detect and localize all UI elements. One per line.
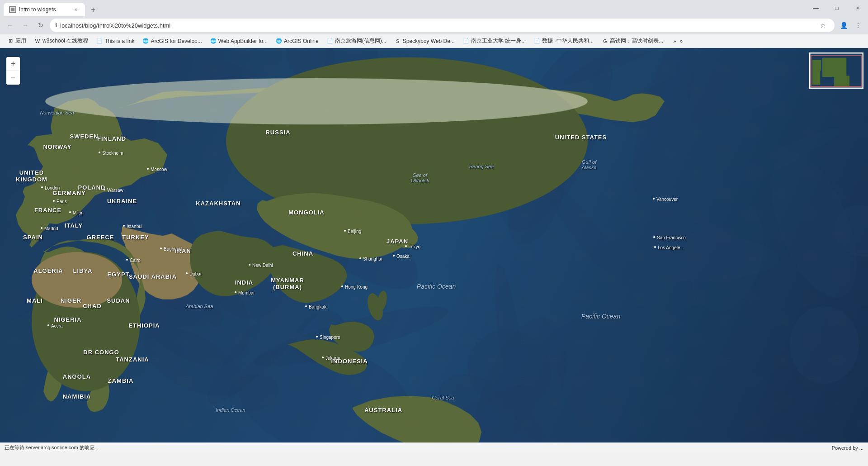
bookmark-icon-nanjing-tech: 📄 <box>463 38 469 44</box>
new-tab-button[interactable]: + <box>87 4 99 16</box>
zoom-in-button[interactable]: + <box>6 57 20 71</box>
bookmark-label-this-is-a-link: This is a link <box>104 38 134 44</box>
back-button[interactable]: ← <box>4 19 16 32</box>
url-text: localhost/blog/Intro%20to%20widgets.html <box>60 22 816 29</box>
bookmark-icon-apps: ⊞ <box>7 38 14 44</box>
bookmark-label-more: » <box>679 38 683 44</box>
map-container[interactable]: NORWAYSWEDENFINLANDUNITEDKINGDOMRUSSIAPO… <box>0 48 868 452</box>
bookmark-star-button[interactable]: ☆ <box>816 19 829 32</box>
maximize-button[interactable]: □ <box>826 0 847 16</box>
bookmark-icon-nanjing-travel: 📄 <box>327 38 333 44</box>
status-text-left: 正在等待 server.arcgisonline.com 的响应... <box>5 444 832 451</box>
bookmark-icon-this-is-a-link: 📄 <box>96 38 103 44</box>
window-controls: — □ × <box>806 0 868 16</box>
bookmark-label-nanjing-travel: 南京旅游网(信息网)... <box>335 37 387 45</box>
bookmark-item-speckyboy[interactable]: SSpeckyboy Web De... <box>391 37 458 45</box>
bookmark-item-w3school[interactable]: Ww3school 在线教程 <box>31 36 92 46</box>
zoom-controls: + − <box>6 57 20 85</box>
bookmark-item-nanjing-tech[interactable]: 📄南京工业大学 统一身... <box>459 36 529 46</box>
bookmark-label-speckyboy: Speckyboy Web De... <box>403 38 455 44</box>
bookmark-icon-data-china: 📄 <box>534 38 540 44</box>
bookmark-label-arcgis-dev: ArcGIS for Develop... <box>151 38 202 44</box>
bookmark-item-gaotie[interactable]: G高铁网：高铁时刻表... <box>598 36 667 46</box>
url-bar[interactable]: ℹ localhost/blog/Intro%20to%20widgets.ht… <box>50 19 835 32</box>
forward-button[interactable]: → <box>19 19 32 32</box>
tab-close-button[interactable]: × <box>72 6 80 13</box>
bookmark-item-arcgis-dev[interactable]: 🌐ArcGIS for Develop... <box>139 37 205 45</box>
bookmark-label-arcgis-online: ArcGIS Online <box>284 38 319 44</box>
toolbar-right: 👤 ⋮ <box>837 19 864 32</box>
close-button[interactable]: × <box>847 0 868 16</box>
tab-bar: Intro to widgets × + — □ × <box>0 0 868 16</box>
bookmark-item-web-appbuilder[interactable]: 🌐Web AppBuilder fo... <box>207 37 271 45</box>
profile-button[interactable]: 👤 <box>837 19 850 32</box>
minimap[interactable] <box>809 52 863 89</box>
bookmark-item-apps[interactable]: ⊞应用 <box>4 36 30 46</box>
bookmark-label-apps: 应用 <box>15 37 26 45</box>
bookmark-label-gaotie: 高铁网：高铁时刻表... <box>610 37 663 45</box>
menu-button[interactable]: ⋮ <box>852 19 864 32</box>
bookmark-item-nanjing-travel[interactable]: 📄南京旅游网(信息网)... <box>323 36 390 46</box>
bookmark-label-web-appbuilder: Web AppBuilder fo... <box>218 38 268 44</box>
bookmark-icon-arcgis-online: 🌐 <box>276 38 282 44</box>
lock-icon: ℹ <box>55 22 57 29</box>
bookmark-icon-w3school: W <box>34 38 41 44</box>
minimize-button[interactable]: — <box>806 0 826 16</box>
bookmark-item-more[interactable]: »» <box>668 37 686 45</box>
bookmark-item-this-is-a-link[interactable]: 📄This is a link <box>93 37 138 45</box>
bookmark-icon-speckyboy: S <box>395 38 401 44</box>
bookmark-icon-more: » <box>671 38 678 44</box>
bookmark-item-arcgis-online[interactable]: 🌐ArcGIS Online <box>272 37 322 45</box>
reload-button[interactable]: ↻ <box>34 19 47 32</box>
bookmark-label-nanjing-tech: 南京工业大学 统一身... <box>471 37 526 45</box>
svg-rect-0 <box>10 7 15 12</box>
browser-chrome: Intro to widgets × + — □ × ← → ↻ ℹ local… <box>0 0 868 48</box>
active-tab[interactable]: Intro to widgets × <box>4 3 85 16</box>
bookmark-icon-gaotie: G <box>602 38 608 44</box>
bookmarks-bar: ⊞应用Ww3school 在线教程📄This is a link🌐ArcGIS … <box>0 34 868 48</box>
bookmark-icon-arcgis-dev: 🌐 <box>142 38 149 44</box>
bookmark-item-data-china[interactable]: 📄数据--中华人民共和... <box>530 36 597 46</box>
bookmark-label-data-china: 数据--中华人民共和... <box>542 37 594 45</box>
address-bar: ← → ↻ ℹ localhost/blog/Intro%20to%20widg… <box>0 16 868 34</box>
zoom-out-button[interactable]: − <box>6 71 20 85</box>
tab-favicon <box>9 6 16 13</box>
status-text-right: Powered by ... <box>832 445 863 451</box>
status-bar: 正在等待 server.arcgisonline.com 的响应... Powe… <box>0 442 868 452</box>
bookmark-label-w3school: w3school 在线教程 <box>42 37 88 45</box>
tab-title: Intro to widgets <box>19 6 70 13</box>
bookmark-icon-web-appbuilder: 🌐 <box>210 38 217 44</box>
